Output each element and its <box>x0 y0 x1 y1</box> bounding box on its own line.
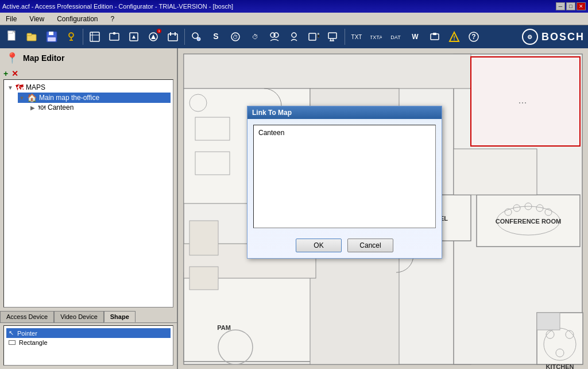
toolbar-warning-button[interactable]: ! <box>445 28 463 46</box>
tab-access-device[interactable]: Access Device <box>0 311 54 322</box>
tree-label-canteen: Canteen <box>48 103 74 112</box>
toolbar-open-button[interactable] <box>23 28 41 46</box>
svg-rect-38 <box>433 33 436 35</box>
tree-expand-canteen[interactable]: ▶ <box>30 105 36 111</box>
tree-expand-main-map[interactable]: ▼ <box>19 95 25 101</box>
rectangle-icon <box>9 340 16 345</box>
toolbar-btn-11[interactable]: S <box>207 28 225 46</box>
maps-icon: 🗺 <box>16 83 24 92</box>
svg-rect-6 <box>49 32 53 35</box>
svg-rect-29 <box>309 33 316 40</box>
title-bar: Active.acf - Access Professional Edition… <box>0 0 588 13</box>
shape-label-rectangle: Rectangle <box>19 339 48 346</box>
svg-rect-2 <box>8 31 13 33</box>
link-to-map-dialog: Link To Map Canteen OK Cancel <box>247 106 442 259</box>
menu-file[interactable]: File <box>2 14 20 24</box>
shape-panel: ↖ Pointer Rectangle <box>3 325 173 366</box>
svg-rect-4 <box>27 33 32 36</box>
tab-video-device[interactable]: Video Device <box>54 311 104 322</box>
dialog-title: Link To Map <box>252 109 292 117</box>
svg-rect-31 <box>328 33 336 39</box>
tree-label-maps: MAPS <box>26 83 45 91</box>
svg-point-20 <box>192 33 198 39</box>
tree-children-main-map: ▶ 🍽 Canteen <box>29 103 171 112</box>
tree-toolbar: + ✕ <box>0 68 177 79</box>
map-editor-title: Map Editor <box>23 53 64 63</box>
canteen-icon: 🍽 <box>38 103 45 112</box>
svg-text:!: ! <box>453 34 455 41</box>
dialog-cancel-button[interactable]: Cancel <box>347 239 393 252</box>
toolbar-btn-6[interactable] <box>105 28 123 46</box>
dialog-content: Canteen <box>247 119 442 234</box>
toolbar: 3 S ⏱ ⏱ 📷 TXT TXTA DAT W ! <box>0 25 588 48</box>
dialog-ok-button[interactable]: OK <box>296 239 342 252</box>
toolbar-btn-21[interactable]: W <box>406 28 424 46</box>
toolbar-btn-5[interactable] <box>86 28 104 46</box>
close-button[interactable]: ✕ <box>577 2 586 10</box>
menu-help[interactable]: ? <box>107 14 118 24</box>
svg-point-27 <box>274 33 278 37</box>
maximize-button[interactable]: □ <box>566 2 575 10</box>
svg-text:W: W <box>412 33 419 41</box>
bosch-logo-text: BOSCH <box>541 31 585 43</box>
svg-text:⏱: ⏱ <box>233 34 238 40</box>
bottom-tabs: Access Device Video Device Shape <box>0 311 177 323</box>
dialog-listbox[interactable]: Canteen <box>253 125 436 228</box>
svg-text:DAT: DAT <box>390 34 401 40</box>
toolbar-btn-13[interactable]: ⏱ <box>246 28 264 46</box>
menu-configuration[interactable]: Configuration <box>53 14 101 24</box>
tree-node-main-map[interactable]: ▼ 🏠 Main map the-office <box>18 93 171 103</box>
tree-view[interactable]: ▼ 🗺 MAPS ▼ 🏠 Main map the-office ▶ 🍽 Can… <box>3 79 173 308</box>
title-bar-controls: ─ □ ✕ <box>556 2 586 10</box>
tree-label-main-map: Main map the-office <box>39 94 99 102</box>
svg-rect-9 <box>69 40 73 41</box>
svg-marker-18 <box>151 34 156 39</box>
minimize-button[interactable]: ─ <box>556 2 565 10</box>
toolbar-btn-18[interactable]: TXT <box>347 28 366 46</box>
svg-rect-14 <box>113 32 115 34</box>
map-area[interactable]: MICHAEL CONFERENCE ROOM ··· PAM <box>178 48 588 369</box>
left-panel: 📍 Map Editor + ✕ ▼ 🗺 MAPS ▼ 🏠 Main map t… <box>0 48 178 369</box>
tab-shape[interactable]: Shape <box>104 311 136 322</box>
toolbar-help-button[interactable]: ? <box>465 28 483 46</box>
toolbar-btn-16[interactable]: 📷 <box>304 28 323 46</box>
shape-item-rectangle[interactable]: Rectangle <box>6 338 171 347</box>
svg-rect-7 <box>48 37 56 41</box>
svg-marker-16 <box>132 35 136 39</box>
toolbar-btn-15[interactable] <box>285 28 303 46</box>
svg-point-28 <box>292 33 296 37</box>
toolbar-btn-8[interactable]: 3 <box>144 28 163 46</box>
toolbar-btn-7[interactable] <box>125 28 143 46</box>
toolbar-save-button[interactable] <box>42 28 61 46</box>
tree-add-button[interactable]: + <box>3 69 8 78</box>
svg-text:📷: 📷 <box>317 31 319 39</box>
svg-text:S: S <box>213 32 218 41</box>
tree-node-canteen[interactable]: ▶ 🍽 Canteen <box>29 103 171 112</box>
svg-point-21 <box>197 37 200 41</box>
main-map-icon: 🏠 <box>27 93 37 102</box>
tree-expand-maps[interactable]: ▼ <box>7 84 13 91</box>
toolbar-config-button[interactable] <box>62 28 80 46</box>
svg-text:?: ? <box>471 33 475 41</box>
toolbar-btn-17[interactable] <box>324 28 342 46</box>
menu-view[interactable]: View <box>26 14 48 24</box>
menu-bar: File View Configuration ? <box>0 13 588 25</box>
toolbar-btn-22[interactable] <box>425 28 444 46</box>
shape-item-pointer[interactable]: ↖ Pointer <box>6 328 171 338</box>
toolbar-btn-14[interactable] <box>265 28 284 46</box>
tree-children-maps: ▼ 🏠 Main map the-office ▶ 🍽 Canteen <box>18 93 171 112</box>
toolbar-btn-12[interactable]: ⏱ <box>226 28 245 46</box>
toolbar-btn-10[interactable] <box>187 28 206 46</box>
toolbar-btn-9[interactable] <box>164 28 182 46</box>
tree-node-maps[interactable]: ▼ 🗺 MAPS <box>6 82 171 93</box>
listbox-item-canteen[interactable]: Canteen <box>256 128 433 138</box>
bosch-circle-icon: ⚙ <box>522 29 538 45</box>
main-content: 📍 Map Editor + ✕ ▼ 🗺 MAPS ▼ 🏠 Main map t… <box>0 48 588 369</box>
tree-remove-button[interactable]: ✕ <box>11 69 18 78</box>
toolbar-btn-20[interactable]: DAT <box>386 28 405 46</box>
toolbar-new-button[interactable] <box>3 28 22 46</box>
pointer-icon: ↖ <box>9 329 14 337</box>
toolbar-btn-19[interactable]: TXTA <box>367 28 385 46</box>
dialog-buttons: OK Cancel <box>247 234 442 258</box>
svg-text:⏱: ⏱ <box>252 33 258 40</box>
